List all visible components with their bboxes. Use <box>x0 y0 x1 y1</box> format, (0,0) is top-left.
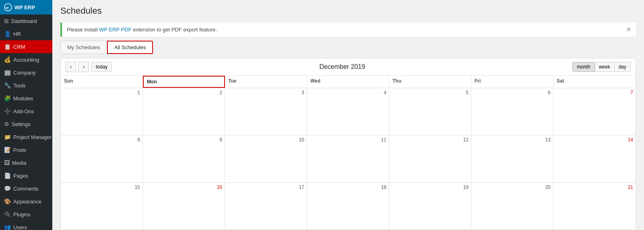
calendar-toolbar: ‹ › today December 2019 month week day <box>61 58 636 76</box>
sidebar-item-label: HR <box>13 31 21 37</box>
hr-icon: 👤 <box>4 31 11 37</box>
notice-link[interactable]: WP ERP PDF <box>99 27 131 33</box>
sidebar-item-label: Project Manager <box>13 134 52 140</box>
cal-day-20[interactable]: 20 <box>471 183 553 230</box>
cal-day-1[interactable]: 1 <box>61 88 143 135</box>
sidebar-item-label: Appearance <box>13 199 41 205</box>
posts-icon: 📝 <box>4 147 11 153</box>
notice-text: Please install WP ERP PDF extension to g… <box>67 27 217 33</box>
project-manager-icon: 📁 <box>4 134 11 140</box>
sidebar-item-hr[interactable]: 👤 HR <box>0 27 52 40</box>
sidebar-item-project-manager[interactable]: 📁 Project Manager <box>0 131 52 143</box>
cal-day-21[interactable]: 21 <box>553 183 636 230</box>
cal-day-3[interactable]: 3 <box>225 88 307 135</box>
addons-icon: ➕ <box>4 108 11 114</box>
tab-my-schedules[interactable]: My Schedules <box>60 41 107 54</box>
sidebar-item-label: Company <box>13 70 36 76</box>
calendar-week-1: 1 2 3 4 5 6 7 <box>61 88 636 135</box>
calendar-view-week[interactable]: week <box>595 62 615 72</box>
sidebar: W WP ERP ⊞ Dashboard 👤 HR 📋 CRM 💰 Accoun… <box>0 0 52 230</box>
sidebar-item-company[interactable]: 🏢 Company <box>0 66 52 79</box>
calendar-view-day[interactable]: day <box>615 62 631 72</box>
sidebar-item-media[interactable]: 🖼 Media <box>0 156 52 169</box>
calendar-view-group: month week day <box>572 62 631 72</box>
users-icon: 👥 <box>4 224 11 230</box>
cal-day-9[interactable]: 9 <box>143 135 225 182</box>
sidebar-item-addons[interactable]: ➕ Add-Ons <box>0 105 52 118</box>
sidebar-item-label: Media <box>12 160 26 166</box>
plugins-icon: 🔌 <box>4 211 11 218</box>
cal-day-19[interactable]: 19 <box>389 183 471 230</box>
media-icon: 🖼 <box>4 160 10 166</box>
cal-day-4[interactable]: 4 <box>307 88 389 135</box>
cal-day-8[interactable]: 8 <box>61 135 143 182</box>
tab-all-schedules[interactable]: All Schedules <box>107 41 153 54</box>
cal-day-16[interactable]: 16 <box>143 183 225 230</box>
calendar-next-button[interactable]: › <box>78 62 89 72</box>
sidebar-item-label: Add-Ons <box>13 108 34 114</box>
cal-day-17[interactable]: 17 <box>225 183 307 230</box>
calendar-week-3: 15 16 17 18 19 20 21 <box>61 183 636 230</box>
accounting-icon: 💰 <box>4 56 11 63</box>
cal-day-7[interactable]: 7 <box>553 88 636 135</box>
comments-icon: 💬 <box>4 185 11 192</box>
wp-erp-logo: W <box>4 3 12 11</box>
day-header-fri: Fri <box>471 76 553 88</box>
cal-day-6[interactable]: 6 <box>471 88 553 135</box>
cal-day-13[interactable]: 13 <box>471 135 553 182</box>
sidebar-item-pages[interactable]: 📄 Pages <box>0 169 52 182</box>
sidebar-item-dashboard[interactable]: ⊞ Dashboard <box>0 15 52 27</box>
page-title: Schedules <box>60 6 636 16</box>
day-header-mon: Mon <box>143 76 225 88</box>
cal-day-12[interactable]: 12 <box>389 135 471 182</box>
tools-icon: 🔧 <box>4 82 11 89</box>
tabs: My Schedules All Schedules <box>60 41 636 54</box>
sidebar-item-label: Users <box>13 224 27 230</box>
pages-icon: 📄 <box>4 172 11 179</box>
calendar-today-button[interactable]: today <box>91 62 112 72</box>
sidebar-item-label: CRM <box>13 44 25 50</box>
day-header-wed: Wed <box>307 76 389 88</box>
calendar-prev-button[interactable]: ‹ <box>66 62 76 72</box>
sidebar-item-label: Posts <box>13 147 27 153</box>
cal-day-2[interactable]: 2 <box>143 88 225 135</box>
main-content: Schedules Please install WP ERP PDF exte… <box>52 0 644 230</box>
page-header: Schedules <box>52 0 644 23</box>
calendar: ‹ › today December 2019 month week day S… <box>60 58 636 230</box>
sidebar-item-label: Tools <box>13 83 25 89</box>
cal-day-14[interactable]: 14 <box>553 135 636 182</box>
calendar-body: 1 2 3 4 5 6 7 8 9 10 11 12 13 14 15 16 <box>61 88 636 230</box>
sidebar-item-tools[interactable]: 🔧 Tools <box>0 79 52 92</box>
cal-day-10[interactable]: 10 <box>225 135 307 182</box>
brand-header[interactable]: W WP ERP <box>0 0 52 15</box>
sidebar-item-posts[interactable]: 📝 Posts <box>0 143 52 156</box>
day-header-thu: Thu <box>389 76 471 88</box>
sidebar-item-accounting[interactable]: 💰 Accounting <box>0 53 52 66</box>
sidebar-item-label: Plugins <box>13 211 31 218</box>
sidebar-item-label: Settings <box>12 121 31 127</box>
cal-day-11[interactable]: 11 <box>307 135 389 182</box>
day-header-sat: Sat <box>553 76 636 88</box>
settings-icon: ⚙ <box>4 121 9 127</box>
sidebar-item-label: Pages <box>13 173 28 179</box>
cal-day-5[interactable]: 5 <box>389 88 471 135</box>
day-header-sun: Sun <box>61 76 143 88</box>
sidebar-item-label: Dashboard <box>11 18 37 24</box>
appearance-icon: 🎨 <box>4 198 11 205</box>
sidebar-item-crm[interactable]: 📋 CRM <box>0 40 52 53</box>
cal-day-18[interactable]: 18 <box>307 183 389 230</box>
sidebar-item-label: Comments <box>13 186 39 192</box>
cal-day-15[interactable]: 15 <box>61 183 143 230</box>
crm-icon: 📋 <box>4 44 11 50</box>
sidebar-item-modules[interactable]: 🧩 Modules <box>0 92 52 105</box>
sidebar-item-settings[interactable]: ⚙ Settings <box>0 118 52 131</box>
sidebar-item-comments[interactable]: 💬 Comments <box>0 182 52 195</box>
notice-bar: Please install WP ERP PDF extension to g… <box>60 23 636 37</box>
sidebar-item-plugins[interactable]: 🔌 Plugins <box>0 208 52 221</box>
calendar-month-title: December 2019 <box>114 63 570 70</box>
notice-close-icon[interactable]: ✕ <box>626 26 631 33</box>
calendar-view-month[interactable]: month <box>572 62 594 72</box>
sidebar-item-appearance[interactable]: 🎨 Appearance <box>0 195 52 208</box>
sidebar-item-users[interactable]: 👥 Users <box>0 221 52 230</box>
dashboard-icon: ⊞ <box>4 18 9 24</box>
